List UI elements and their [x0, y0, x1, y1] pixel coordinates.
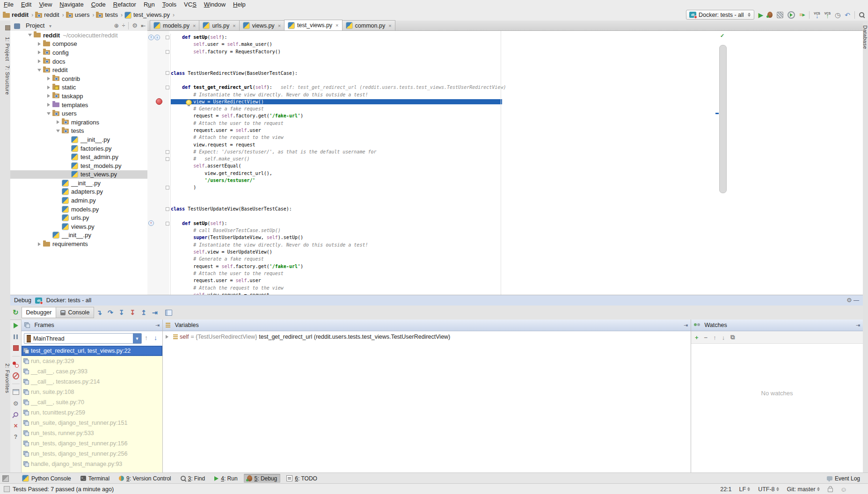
tree-item-contrib[interactable]: contrib [10, 74, 147, 83]
step-into-icon[interactable]: ↧ [119, 309, 124, 316]
profiler-button[interactable] [788, 11, 795, 19]
editor-gutter[interactable] [147, 277, 164, 284]
breadcrumb-item[interactable]: reddit [3, 9, 29, 21]
editor-gutter[interactable] [147, 41, 164, 48]
chevron-collapsed-icon[interactable] [44, 77, 52, 80]
frame-row[interactable]: run_suite, django_test_runner.py:151 [22, 418, 162, 428]
editor-gutter[interactable] [147, 155, 164, 162]
chevron-collapsed-icon[interactable] [44, 94, 52, 98]
run-configuration-select[interactable]: di Docker: tests - all [686, 10, 754, 20]
breadcrumb-item[interactable]: tests [96, 9, 117, 21]
hide-panel-icon[interactable]: — [853, 297, 859, 304]
frame-row[interactable]: run, case.py:329 [22, 356, 162, 366]
tool-window-button-database[interactable]: Database [863, 25, 868, 49]
tree-item-models-py[interactable]: models.py [10, 205, 147, 214]
tab-close-icon[interactable]: × [193, 23, 196, 29]
tree-item-config[interactable]: config [10, 48, 147, 57]
frame-row[interactable]: test_get_redirect_url, test_views.py:22 [22, 346, 162, 356]
toolwindow-button-event-log[interactable]: Event Log [824, 474, 863, 483]
chevron-collapsed-icon[interactable] [35, 242, 43, 246]
help-icon[interactable]: ? [13, 434, 19, 440]
editor-gutter[interactable] [147, 227, 164, 234]
gear-icon[interactable]: ⚙ [846, 297, 852, 304]
tree-item-factories-py[interactable]: factories.py [10, 144, 147, 153]
tree-item-adapters-py[interactable]: adapters.py [10, 188, 147, 196]
toolwindow-button-9-version-control[interactable]: 9: Version Control [116, 474, 174, 483]
editor-gutter[interactable] [147, 170, 164, 177]
tab-models-py[interactable]: models.py× [150, 20, 199, 30]
chevron-collapsed-icon[interactable] [44, 103, 52, 107]
chevron-collapsed-icon[interactable] [35, 59, 43, 63]
tab-console[interactable]: Console [56, 307, 94, 318]
thread-selector[interactable]: MainThread ▼ [24, 333, 142, 344]
tab-close-icon[interactable]: × [388, 23, 391, 29]
editor-gutter[interactable] [147, 55, 164, 62]
menu-code[interactable]: Code [88, 0, 109, 9]
run-button[interactable]: ▶ [759, 12, 764, 18]
status-widget-utf-8[interactable]: UTF-8 [758, 486, 779, 493]
hide-panel-icon[interactable]: ⇥ [155, 320, 160, 331]
remove-watch-button[interactable]: − [704, 334, 708, 341]
pause-button[interactable] [13, 334, 19, 340]
frame-row[interactable]: __call__, testcases.py:214 [22, 377, 162, 387]
add-watch-button[interactable]: + [695, 334, 699, 341]
fold-marker[interactable] [166, 150, 169, 154]
tool-window-button-2-favorites[interactable]: 2: Favorites [0, 363, 10, 393]
menu-tools[interactable]: Tools [159, 0, 180, 9]
rerun-icon[interactable]: ↻ [13, 308, 19, 317]
editor-scrollbar[interactable] [719, 45, 727, 193]
frame-row[interactable]: __call__, suite.py:70 [22, 397, 162, 407]
tab-close-icon[interactable]: × [233, 23, 235, 29]
tree-item-docs[interactable]: docs [10, 57, 147, 66]
overridden-method-icon[interactable]: ↓ [154, 35, 160, 40]
fold-marker[interactable] [166, 157, 169, 161]
menu-view[interactable]: View [35, 0, 56, 9]
editor-gutter[interactable] [147, 212, 164, 219]
intention-bulb-icon[interactable] [186, 100, 192, 105]
editor-gutter[interactable] [147, 91, 164, 98]
editor-gutter[interactable] [147, 205, 164, 212]
chevron-expanded-icon[interactable] [35, 69, 43, 72]
breadcrumb-item[interactable]: reddit [35, 9, 59, 21]
chevron-down-icon[interactable]: ▾ [49, 23, 51, 29]
toolwindow-button-3-find[interactable]: 3: Find [177, 474, 209, 483]
tree-item-users[interactable]: users [10, 109, 147, 118]
copy-icon[interactable]: ⧉ [730, 334, 735, 341]
chevron-collapsed-icon[interactable] [44, 86, 52, 89]
toolwindow-button-5-debug[interactable]: 5: Debug [244, 474, 281, 483]
tree-item-tests[interactable]: tests [10, 127, 147, 136]
chevron-collapsed-icon[interactable] [35, 42, 43, 46]
tree-item-__init__-py[interactable]: __init__.py [10, 231, 147, 240]
hide-panel-icon[interactable]: ⇥ [856, 320, 860, 331]
breadcrumb-item[interactable]: test_views.py [124, 9, 170, 21]
menu-refactor[interactable]: Refactor [109, 0, 140, 9]
variable-row[interactable]: self = {TestUserRedirectView} test_get_r… [163, 331, 691, 342]
editor-gutter[interactable] [147, 127, 164, 134]
frame-row[interactable]: handle, django_test_manage.py:93 [22, 459, 162, 469]
frame-row[interactable]: __call__, case.py:393 [22, 366, 162, 377]
frame-row[interactable]: run, tcunittest.py:259 [22, 407, 162, 418]
previous-frame-icon[interactable]: ↑ [145, 334, 148, 341]
editor-gutter[interactable] [147, 248, 164, 255]
menu-window[interactable]: Window [200, 0, 229, 9]
tree-item-compose[interactable]: compose [10, 40, 147, 49]
undo-icon[interactable]: ↶ [845, 12, 850, 18]
status-widget-git-master[interactable]: Git: master [787, 486, 820, 493]
editor-gutter[interactable] [147, 77, 164, 84]
tree-item-migrations[interactable]: migrations [10, 118, 147, 127]
chevron-expanded-icon[interactable] [44, 112, 52, 115]
hide-panel-icon[interactable]: ⇤ [141, 21, 146, 31]
editor-gutter[interactable] [147, 84, 164, 91]
editor-gutter[interactable] [147, 148, 164, 155]
editor-gutter[interactable] [147, 191, 164, 198]
editor-gutter[interactable]: ↑ [147, 220, 164, 227]
editor-gutter[interactable] [147, 105, 164, 112]
fold-marker[interactable] [166, 186, 169, 189]
editor-gutter[interactable] [147, 263, 164, 270]
tab-test_views-py[interactable]: test_views.py× [284, 20, 342, 30]
toolwindow-button-python-console[interactable]: Python Console [19, 474, 74, 483]
vcs-update-button[interactable]: VCS↓ [814, 12, 820, 18]
layout-settings-icon[interactable] [165, 310, 172, 316]
locate-file-icon[interactable]: ⊕ [114, 21, 119, 31]
tool-window-switcher-icon[interactable] [2, 475, 9, 482]
